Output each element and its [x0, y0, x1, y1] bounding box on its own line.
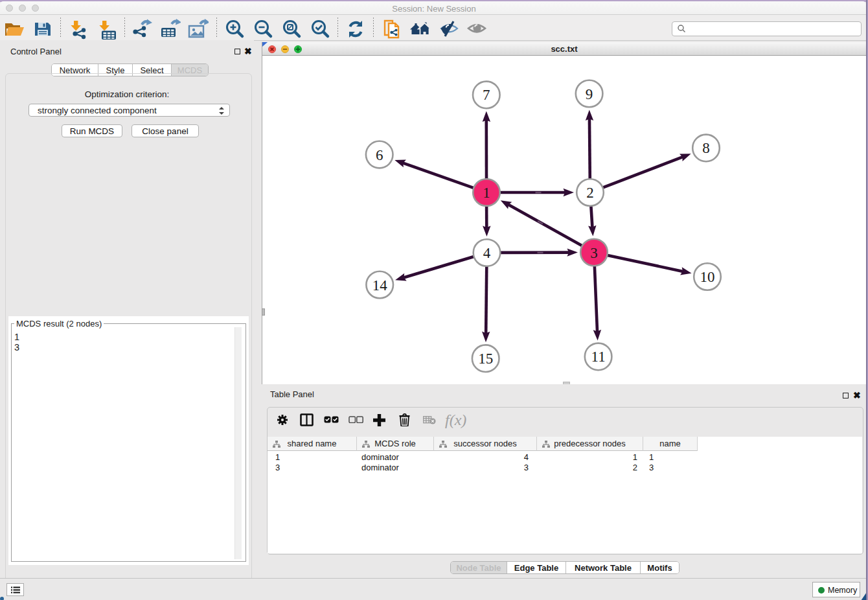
svg-text:1: 1: [483, 185, 490, 201]
svg-text:3: 3: [590, 245, 598, 261]
svg-text:4: 4: [483, 245, 491, 261]
svg-text:11: 11: [591, 349, 606, 365]
svg-text:15: 15: [478, 351, 493, 367]
svg-text:9: 9: [586, 86, 593, 102]
svg-text:6: 6: [376, 147, 383, 163]
svg-text:7: 7: [483, 87, 490, 103]
svg-text:8: 8: [702, 140, 710, 156]
svg-text:2: 2: [586, 185, 594, 201]
svg-text:10: 10: [700, 269, 715, 285]
svg-text:14: 14: [372, 277, 388, 294]
